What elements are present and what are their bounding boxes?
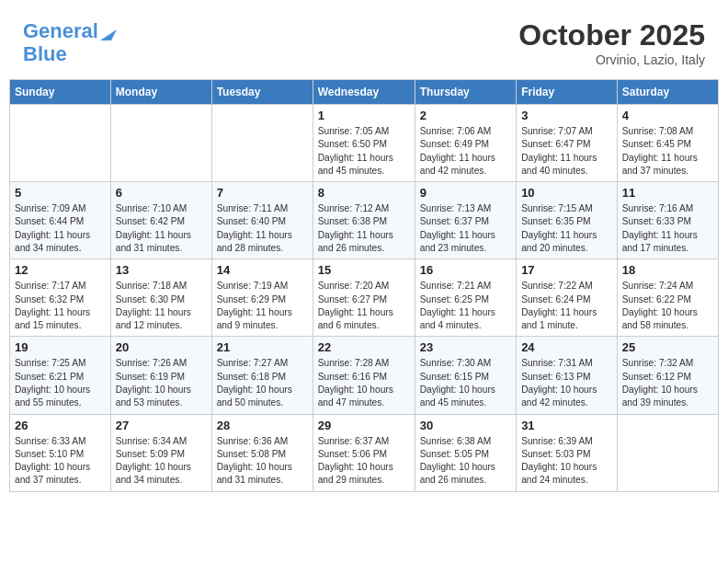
calendar-cell: 3Sunrise: 7:07 AM Sunset: 6:47 PM Daylig… — [517, 105, 618, 182]
day-info: Sunrise: 7:26 AM Sunset: 6:19 PM Dayligh… — [116, 357, 207, 409]
calendar-cell: 15Sunrise: 7:20 AM Sunset: 6:27 PM Dayli… — [313, 259, 415, 337]
day-info: Sunrise: 7:05 AM Sunset: 6:50 PM Dayligh… — [318, 125, 410, 178]
calendar-cell: 21Sunrise: 7:27 AM Sunset: 6:18 PM Dayli… — [211, 337, 313, 414]
page-header: General Blue October 2025 Orvinio, Lazio… — [9, 9, 719, 72]
calendar-cell: 31Sunrise: 6:39 AM Sunset: 5:03 PM Dayli… — [517, 414, 618, 491]
calendar-cell: 20Sunrise: 7:26 AM Sunset: 6:19 PM Dayli… — [110, 337, 211, 414]
calendar-cell: 24Sunrise: 7:31 AM Sunset: 6:13 PM Dayli… — [517, 337, 618, 414]
dow-header-sunday: Sunday — [10, 80, 111, 105]
calendar-cell — [211, 105, 313, 182]
day-number: 4 — [622, 109, 713, 122]
day-info: Sunrise: 7:09 AM Sunset: 6:44 PM Dayligh… — [15, 202, 106, 255]
day-number: 26 — [15, 419, 106, 432]
day-info: Sunrise: 7:24 AM Sunset: 6:22 PM Dayligh… — [622, 280, 713, 332]
day-number: 5 — [15, 186, 106, 200]
calendar-cell: 11Sunrise: 7:16 AM Sunset: 6:33 PM Dayli… — [617, 182, 718, 259]
logo-bird-icon — [100, 22, 117, 40]
calendar-table: SundayMondayTuesdayWednesdayThursdayFrid… — [9, 79, 719, 492]
dow-header-friday: Friday — [517, 80, 618, 105]
day-info: Sunrise: 6:34 AM Sunset: 5:09 PM Dayligh… — [116, 435, 207, 488]
day-number: 25 — [622, 340, 713, 354]
calendar-cell: 13Sunrise: 7:18 AM Sunset: 6:30 PM Dayli… — [110, 259, 211, 337]
month-title: October 2025 — [518, 18, 705, 52]
title-block: October 2025 Orvinio, Lazio, Italy — [518, 18, 705, 67]
logo-blue-text: Blue — [23, 43, 67, 65]
svg-marker-0 — [100, 29, 117, 40]
day-number: 1 — [318, 109, 410, 122]
day-info: Sunrise: 7:08 AM Sunset: 6:45 PM Dayligh… — [622, 125, 713, 178]
day-info: Sunrise: 7:17 AM Sunset: 6:32 PM Dayligh… — [15, 280, 106, 332]
dow-header-thursday: Thursday — [415, 80, 516, 105]
calendar-cell: 16Sunrise: 7:21 AM Sunset: 6:25 PM Dayli… — [415, 259, 516, 337]
calendar-cell — [110, 105, 211, 182]
day-number: 2 — [420, 109, 511, 122]
day-info: Sunrise: 7:19 AM Sunset: 6:29 PM Dayligh… — [217, 280, 308, 332]
calendar-cell: 9Sunrise: 7:13 AM Sunset: 6:37 PM Daylig… — [415, 182, 516, 259]
day-info: Sunrise: 7:28 AM Sunset: 6:16 PM Dayligh… — [318, 357, 410, 409]
day-info: Sunrise: 6:39 AM Sunset: 5:03 PM Dayligh… — [521, 435, 612, 488]
calendar-cell: 30Sunrise: 6:38 AM Sunset: 5:05 PM Dayli… — [415, 414, 516, 491]
calendar-week-5: 26Sunrise: 6:33 AM Sunset: 5:10 PM Dayli… — [10, 414, 719, 491]
day-number: 29 — [318, 419, 410, 432]
day-number: 24 — [521, 340, 612, 354]
calendar-cell: 28Sunrise: 6:36 AM Sunset: 5:08 PM Dayli… — [211, 414, 313, 491]
day-number: 27 — [116, 419, 207, 432]
calendar-cell — [617, 414, 718, 491]
calendar-cell: 6Sunrise: 7:10 AM Sunset: 6:42 PM Daylig… — [110, 182, 211, 259]
day-number: 15 — [318, 263, 410, 277]
calendar-cell: 22Sunrise: 7:28 AM Sunset: 6:16 PM Dayli… — [313, 337, 415, 414]
calendar-cell: 17Sunrise: 7:22 AM Sunset: 6:24 PM Dayli… — [517, 259, 618, 337]
dow-header-wednesday: Wednesday — [313, 80, 415, 105]
day-number: 16 — [420, 263, 511, 277]
location-subtitle: Orvinio, Lazio, Italy — [518, 52, 705, 67]
day-number: 20 — [116, 340, 207, 354]
day-number: 31 — [521, 419, 612, 432]
day-number: 8 — [318, 186, 410, 200]
day-info: Sunrise: 7:22 AM Sunset: 6:24 PM Dayligh… — [521, 280, 612, 332]
calendar-cell: 23Sunrise: 7:30 AM Sunset: 6:15 PM Dayli… — [415, 337, 516, 414]
day-number: 6 — [116, 186, 207, 200]
calendar-cell: 19Sunrise: 7:25 AM Sunset: 6:21 PM Dayli… — [10, 337, 111, 414]
calendar-week-4: 19Sunrise: 7:25 AM Sunset: 6:21 PM Dayli… — [10, 337, 719, 414]
calendar-cell: 29Sunrise: 6:37 AM Sunset: 5:06 PM Dayli… — [313, 414, 415, 491]
day-number: 3 — [521, 109, 612, 122]
calendar-week-3: 12Sunrise: 7:17 AM Sunset: 6:32 PM Dayli… — [10, 259, 719, 337]
day-info: Sunrise: 7:20 AM Sunset: 6:27 PM Dayligh… — [318, 280, 410, 332]
dow-header-saturday: Saturday — [617, 80, 718, 105]
day-number: 17 — [521, 263, 612, 277]
calendar-cell — [10, 105, 111, 182]
calendar-week-2: 5Sunrise: 7:09 AM Sunset: 6:44 PM Daylig… — [10, 182, 719, 259]
day-number: 12 — [15, 263, 106, 277]
calendar-cell: 12Sunrise: 7:17 AM Sunset: 6:32 PM Dayli… — [10, 259, 111, 337]
day-number: 22 — [318, 340, 410, 354]
calendar-cell: 14Sunrise: 7:19 AM Sunset: 6:29 PM Dayli… — [211, 259, 313, 337]
day-number: 13 — [116, 263, 207, 277]
day-info: Sunrise: 6:38 AM Sunset: 5:05 PM Dayligh… — [420, 435, 511, 488]
day-number: 7 — [217, 186, 308, 200]
calendar-cell: 4Sunrise: 7:08 AM Sunset: 6:45 PM Daylig… — [617, 105, 718, 182]
day-info: Sunrise: 7:31 AM Sunset: 6:13 PM Dayligh… — [521, 357, 612, 409]
calendar-cell: 26Sunrise: 6:33 AM Sunset: 5:10 PM Dayli… — [10, 414, 111, 491]
day-info: Sunrise: 7:07 AM Sunset: 6:47 PM Dayligh… — [521, 125, 612, 178]
day-info: Sunrise: 6:37 AM Sunset: 5:06 PM Dayligh… — [318, 435, 410, 488]
day-info: Sunrise: 7:27 AM Sunset: 6:18 PM Dayligh… — [217, 357, 308, 409]
day-info: Sunrise: 7:16 AM Sunset: 6:33 PM Dayligh… — [622, 202, 713, 255]
day-info: Sunrise: 7:11 AM Sunset: 6:40 PM Dayligh… — [217, 202, 308, 255]
logo: General Blue — [23, 20, 117, 64]
day-number: 18 — [622, 263, 713, 277]
day-info: Sunrise: 7:32 AM Sunset: 6:12 PM Dayligh… — [622, 357, 713, 409]
day-number: 10 — [521, 186, 612, 200]
day-number: 9 — [420, 186, 511, 200]
day-info: Sunrise: 7:06 AM Sunset: 6:49 PM Dayligh… — [420, 125, 511, 178]
day-info: Sunrise: 6:33 AM Sunset: 5:10 PM Dayligh… — [15, 435, 106, 488]
day-number: 11 — [622, 186, 713, 200]
day-number: 19 — [15, 340, 106, 354]
calendar-cell: 5Sunrise: 7:09 AM Sunset: 6:44 PM Daylig… — [10, 182, 111, 259]
day-info: Sunrise: 7:10 AM Sunset: 6:42 PM Dayligh… — [116, 202, 207, 255]
day-number: 30 — [420, 419, 511, 432]
calendar-cell: 27Sunrise: 6:34 AM Sunset: 5:09 PM Dayli… — [110, 414, 211, 491]
day-info: Sunrise: 7:13 AM Sunset: 6:37 PM Dayligh… — [420, 202, 511, 255]
calendar-cell: 18Sunrise: 7:24 AM Sunset: 6:22 PM Dayli… — [617, 259, 718, 337]
day-info: Sunrise: 7:21 AM Sunset: 6:25 PM Dayligh… — [420, 280, 511, 332]
calendar-week-1: 1Sunrise: 7:05 AM Sunset: 6:50 PM Daylig… — [10, 105, 719, 182]
